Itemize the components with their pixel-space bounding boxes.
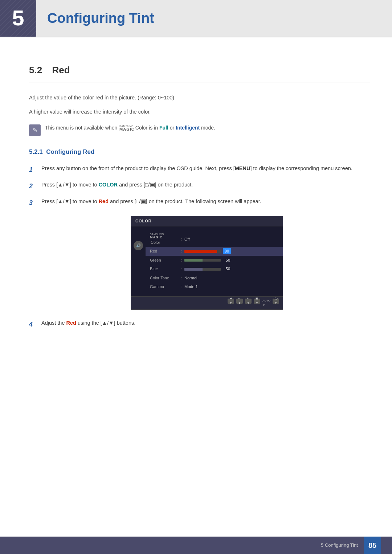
osd-body: 🔊 SAMSUNG MAGIC Color : Off	[131, 226, 283, 296]
osd-footer: ◄▼ −▼ +▼ ▣▼ AUTO▼ ⏻▼	[131, 296, 283, 310]
page-footer: 5 Configuring Tint 85	[0, 537, 392, 554]
osd-label-green: Green	[150, 257, 179, 263]
description-2: A higher value will increase the intensi…	[29, 107, 370, 116]
step-num-4: 4	[29, 319, 36, 330]
chapter-header: 5 Configuring Tint	[0, 0, 392, 37]
osd-item-gamma: Gamma : Mode 1	[146, 282, 283, 291]
osd-bar-red	[184, 250, 221, 253]
osd-speaker-icon: 🔊	[134, 241, 143, 250]
osd-num-green: 50	[223, 257, 230, 263]
step-1: 1 Press any button on the front of the p…	[29, 164, 370, 176]
chapter-title: Configuring Tint	[36, 0, 165, 37]
osd-item-red: Red : 90	[146, 247, 283, 256]
note-text: This menu is not available when SAMSUNGM…	[45, 124, 215, 132]
osd-btn-power: ⏻▼	[273, 299, 279, 304]
osd-btn-auto-label: AUTO▼	[262, 299, 270, 308]
step-text-3: Press [▲/▼] to move to Red and press [□/…	[41, 197, 370, 209]
osd-container: COLOR 🔊 SAMSUNG MAGIC Color	[44, 216, 370, 310]
steps-list: 1 Press any button on the front of the p…	[29, 164, 370, 209]
step-num-2: 2	[29, 180, 36, 192]
note-icon	[29, 124, 41, 136]
osd-item-colortone: Color Tone : Normal	[146, 274, 283, 283]
step-2: 2 Press [▲/▼] to move to COLOR and press…	[29, 180, 370, 192]
osd-btn-minus: −▼	[236, 299, 243, 304]
chapter-title-area: Configuring Tint	[36, 0, 392, 37]
step-text-1: Press any button on the front of the pro…	[41, 164, 370, 176]
osd-value-blue: 50	[184, 266, 230, 272]
osd-num-blue: 50	[223, 266, 230, 272]
osd-label-red: Red	[150, 248, 179, 254]
osd-num-red: 90	[223, 248, 231, 254]
step-text-4: Adjust the Red using the [▲/▼] buttons.	[41, 319, 370, 330]
osd-item-magic-color: SAMSUNG MAGIC Color : Off	[146, 231, 283, 247]
osd-value-red: 90	[184, 248, 231, 254]
chapter-number: 5	[0, 0, 36, 37]
osd-label-blue: Blue	[150, 266, 179, 272]
description-1: Adjust the value of the color red in the…	[29, 93, 370, 102]
osd-bar-green	[184, 259, 221, 262]
osd-label-magic: SAMSUNG MAGIC Color	[150, 233, 179, 245]
osd-btn-plus: +▼	[245, 299, 252, 304]
footer-chapter-text: 5 Configuring Tint	[321, 542, 358, 549]
step-3: 3 Press [▲/▼] to move to Red and press […	[29, 197, 370, 209]
section-number: 5.2	[29, 65, 42, 75]
step-num-3: 3	[29, 197, 36, 209]
osd-value-green: 50	[184, 257, 230, 263]
osd-value-gamma: Mode 1	[184, 284, 198, 290]
osd-header: COLOR	[131, 216, 283, 227]
step-num-1: 1	[29, 164, 36, 176]
osd-bar-blue	[184, 268, 221, 271]
section-heading: 5.2 Red	[29, 63, 370, 83]
step-4: 4 Adjust the Red using the [▲/▼] buttons…	[29, 319, 370, 330]
osd-menu-items: SAMSUNG MAGIC Color : Off Red :	[146, 230, 283, 293]
osd-btn-enter: ▣▼	[254, 299, 260, 304]
osd-left-panel: 🔊	[131, 230, 146, 293]
osd-label-colortone: Color Tone	[150, 275, 179, 281]
section-title: Red	[52, 65, 70, 75]
osd-item-blue: Blue : 50	[146, 264, 283, 274]
note-box: This menu is not available when SAMSUNGM…	[29, 124, 370, 136]
osd-value-colortone: Normal	[184, 275, 197, 281]
osd-btn-left: ◄▼	[228, 299, 234, 304]
osd-item-green: Green : 50	[146, 256, 283, 265]
main-content: 5.2 Red Adjust the value of the color re…	[0, 52, 392, 366]
subsection-heading: 5.2.1 Configuring Red	[29, 147, 370, 157]
brand-magic-color: SAMSUNGMAGIC	[119, 125, 135, 131]
osd-screen: COLOR 🔊 SAMSUNG MAGIC Color	[131, 216, 283, 310]
step-text-2: Press [▲/▼] to move to COLOR and press […	[41, 180, 370, 192]
footer-page-number: 85	[364, 537, 381, 554]
osd-label-gamma: Gamma	[150, 284, 179, 290]
osd-value-magic: Off	[184, 236, 189, 242]
step-4-list: 4 Adjust the Red using the [▲/▼] buttons…	[29, 319, 370, 330]
